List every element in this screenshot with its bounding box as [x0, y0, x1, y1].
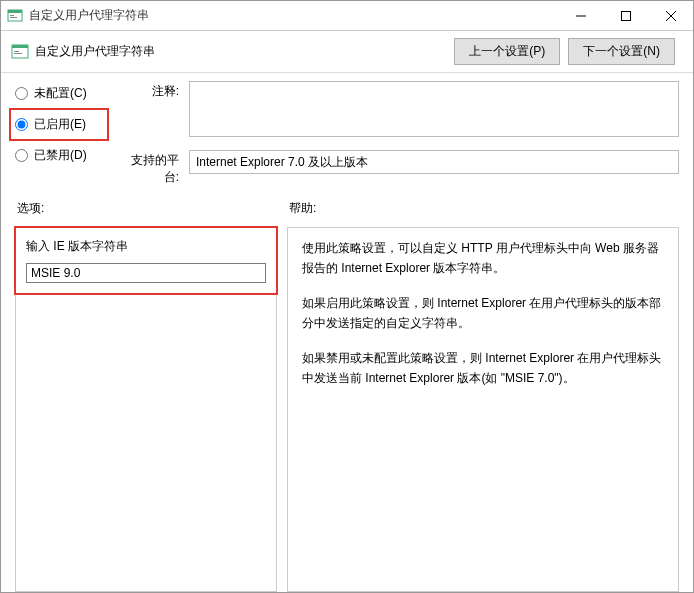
help-text-3: 如果禁用或未配置此策略设置，则 Internet Explorer 在用户代理标… — [302, 348, 664, 389]
radio-not-configured-label: 未配置(C) — [34, 85, 87, 102]
platform-row: 支持的平台: Internet Explorer 7.0 及以上版本 — [117, 150, 679, 186]
minimize-button[interactable] — [558, 1, 603, 30]
radio-not-configured-input[interactable] — [15, 87, 28, 100]
radio-disabled-label: 已禁用(D) — [34, 147, 87, 164]
radio-enabled-input[interactable] — [15, 118, 28, 131]
prev-setting-button[interactable]: 上一个设置(P) — [454, 38, 560, 65]
radio-disabled-input[interactable] — [15, 149, 28, 162]
radio-not-configured[interactable]: 未配置(C) — [15, 85, 103, 102]
platform-value: Internet Explorer 7.0 及以上版本 — [189, 150, 679, 174]
titlebar: 自定义用户代理字符串 — [1, 1, 693, 31]
close-button[interactable] — [648, 1, 693, 30]
help-text-1: 使用此策略设置，可以自定义 HTTP 用户代理标头中向 Web 服务器报告的 I… — [302, 238, 664, 279]
comment-row: 注释: — [117, 81, 679, 140]
radio-enabled-highlight: 已启用(E) — [9, 108, 109, 141]
policy-title: 自定义用户代理字符串 — [35, 43, 155, 60]
maximize-button[interactable] — [603, 1, 648, 30]
help-text-2: 如果启用此策略设置，则 Internet Explorer 在用户代理标头的版本… — [302, 293, 664, 334]
window-title: 自定义用户代理字符串 — [29, 7, 558, 24]
lower-area: 选项: 输入 IE 版本字符串 帮助: 使用此策略设置，可以自定义 HTTP 用… — [1, 196, 693, 592]
next-setting-button[interactable]: 下一个设置(N) — [568, 38, 675, 65]
radio-enabled[interactable]: 已启用(E) — [15, 116, 103, 133]
svg-rect-5 — [621, 11, 630, 20]
fields-column: 注释: 支持的平台: Internet Explorer 7.0 及以上版本 — [117, 81, 679, 186]
config-area: 未配置(C) 已启用(E) 已禁用(D) 注释: 支持的平台: — [1, 73, 693, 196]
window-controls — [558, 1, 693, 30]
options-section-label: 选项: — [15, 200, 277, 217]
svg-rect-11 — [14, 53, 22, 54]
comment-input[interactable] — [189, 81, 679, 137]
svg-rect-10 — [14, 51, 19, 52]
radio-column: 未配置(C) 已启用(E) 已禁用(D) — [15, 81, 103, 186]
options-column: 选项: 输入 IE 版本字符串 — [15, 200, 277, 592]
toolbar-title-area: 自定义用户代理字符串 — [11, 43, 454, 61]
comment-label: 注释: — [117, 81, 179, 100]
help-panel: 使用此策略设置，可以自定义 HTTP 用户代理标头中向 Web 服务器报告的 I… — [287, 227, 679, 592]
options-highlight: 输入 IE 版本字符串 — [14, 226, 278, 295]
policy-icon — [11, 43, 29, 61]
toolbar: 自定义用户代理字符串 上一个设置(P) 下一个设置(N) — [1, 31, 693, 73]
radio-enabled-label: 已启用(E) — [34, 116, 86, 133]
svg-rect-2 — [10, 15, 14, 16]
svg-rect-1 — [8, 10, 22, 13]
radio-disabled[interactable]: 已禁用(D) — [15, 147, 103, 164]
svg-rect-3 — [10, 17, 17, 18]
nav-buttons: 上一个设置(P) 下一个设置(N) — [454, 38, 675, 65]
help-column: 帮助: 使用此策略设置，可以自定义 HTTP 用户代理标头中向 Web 服务器报… — [287, 200, 679, 592]
ie-version-input[interactable] — [26, 263, 266, 283]
svg-rect-9 — [12, 45, 28, 48]
help-section-label: 帮助: — [287, 200, 679, 217]
platform-label: 支持的平台: — [117, 150, 179, 186]
ie-version-label: 输入 IE 版本字符串 — [26, 238, 266, 255]
app-icon — [7, 8, 23, 24]
window: 自定义用户代理字符串 自定义用户代理字符串 上一个设置(P) 下一个设置(N) — [0, 0, 694, 593]
options-panel: 输入 IE 版本字符串 — [15, 227, 277, 592]
